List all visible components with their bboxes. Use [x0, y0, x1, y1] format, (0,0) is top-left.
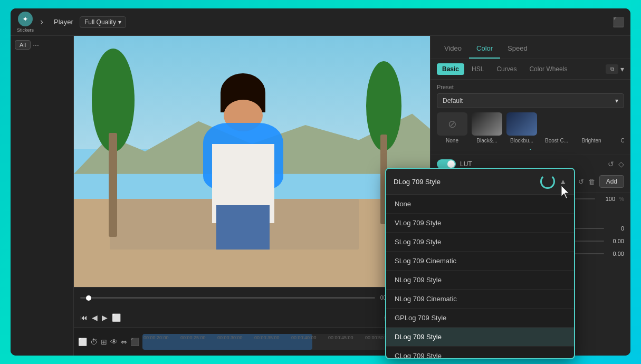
subtab-basic[interactable]: Basic — [437, 63, 464, 75]
preset-blackwhite[interactable]: Black&... — [472, 112, 502, 143]
add-button[interactable]: Add — [599, 175, 624, 188]
bottom-timeline: ⬜ ⏱ ⊞ 👁 ⇔ ⬛ 00:00:20:00 00:00:25:00 00:0… — [74, 327, 430, 356]
subtab-curves[interactable]: Curves — [491, 63, 522, 75]
quality-label: Full Quality — [84, 18, 116, 26]
left-sidebar: All ··· — [11, 36, 74, 356]
timeline-tool-1[interactable]: ⬜ — [78, 338, 87, 346]
subtab-color-wheels[interactable]: Color Wheels — [524, 63, 572, 75]
dropdown-selected-value: DLog 709 Style — [394, 178, 441, 186]
more-button[interactable]: ··· — [33, 41, 39, 49]
timeline-tool-5[interactable]: ⇔ — [121, 338, 127, 346]
dropdown-item-dlog[interactable]: DLog 709 Style — [386, 328, 574, 347]
preset-boost[interactable]: Boost C... — [541, 112, 572, 143]
ts-4: 00:00:35:00 — [254, 335, 291, 340]
tab-color[interactable]: Color — [469, 39, 500, 59]
step-back-button[interactable]: ◀ — [92, 313, 98, 322]
preset-blockbuster[interactable]: Blockbu... — [506, 112, 537, 143]
sticker-label: Stickers — [17, 27, 34, 33]
dropdown-item-slog[interactable]: SLog 709 Style — [386, 233, 574, 252]
person-figure — [198, 73, 288, 249]
monitor-icon[interactable]: ⬛ — [613, 16, 624, 28]
lut-label: LUT — [460, 160, 472, 168]
preset-label-brighten: Brighten — [581, 138, 601, 143]
dropdown-collapse-icon[interactable]: ▲ — [559, 177, 567, 186]
preset-label-bb: Blockbu... — [510, 138, 533, 143]
dropdown-item-none[interactable]: None — [386, 195, 574, 214]
preset-label-boost: Boost C... — [545, 138, 568, 143]
preset-label-bw: Black&... — [476, 138, 497, 143]
preset-brighten[interactable]: Brighten — [576, 112, 607, 143]
preset-label: Preset — [437, 84, 624, 90]
dropdown-header[interactable]: DLog 709 Style ▲ — [386, 169, 574, 195]
tree-left — [92, 49, 135, 237]
ts-2: 00:00:25:00 — [180, 335, 217, 340]
preset-thumb-bw — [472, 112, 502, 136]
preset-dropdown[interactable]: Default ▾ — [437, 93, 624, 108]
lut-preset-delete-icon[interactable]: 🗑 — [588, 178, 595, 186]
filter-all-button[interactable]: All — [15, 40, 31, 50]
lut-reset-icon[interactable]: ↺ — [608, 160, 614, 168]
preset-cool[interactable]: Cool — [611, 112, 624, 143]
preset-thumb-boost — [541, 112, 572, 136]
stop-button[interactable]: ⬜ — [112, 313, 121, 322]
preset-thumb-none: ⊘ — [437, 112, 467, 136]
player-area: 00:00:00:00 / 00: ⏮ ◀ ▶ ⬜ { } ⊞ 📷 ↗ — [74, 36, 430, 356]
lut-diamond-icon: ◇ — [618, 160, 624, 168]
progress-bar[interactable] — [80, 297, 375, 299]
skip-back-button[interactable]: ⏮ — [80, 313, 88, 322]
dropdown-item-nlog-cine[interactable]: NLog 709 Cinematic — [386, 290, 574, 309]
ts-5: 00:00:40:00 — [291, 335, 328, 340]
dropdown-list: None VLog 709 Style SLog 709 Style SLog … — [386, 195, 574, 358]
timeline-tool-6[interactable]: ⬛ — [130, 338, 139, 346]
preset-none[interactable]: ⊘ None — [437, 112, 467, 143]
dropdown-item-nlog[interactable]: NLog 709 Style — [386, 271, 574, 290]
slider-value-4: 0.00 — [608, 251, 624, 257]
subtab-hsl[interactable]: HSL — [466, 63, 489, 75]
timeline-tool-2[interactable]: ⏱ — [90, 338, 98, 346]
preset-dropdown-value: Default — [443, 97, 463, 104]
ts-1: 00:00:20:00 — [143, 335, 180, 340]
compare-button[interactable]: ⧉ — [606, 64, 618, 74]
filter-row: All ··· — [15, 40, 69, 50]
preset-dots: • — [437, 146, 624, 152]
playback-controls: ⏮ ◀ ▶ ⬜ { } ⊞ 📷 ↗ — [74, 308, 430, 327]
stickers-nav[interactable]: ✦ Stickers — [17, 12, 34, 33]
video-scene — [74, 36, 430, 287]
tree-trunk-left — [109, 133, 117, 236]
lut-preset-reset-icon[interactable]: ↺ — [578, 178, 584, 186]
top-bar: ✦ Stickers › Player Full Quality ▾ ⬛ — [11, 8, 630, 36]
dropdown-item-clog[interactable]: CLog 709 Style — [386, 347, 574, 358]
ts-3: 00:00:30:00 — [217, 335, 254, 340]
dropdown-item-gplog[interactable]: GPLog 709 Style — [386, 309, 574, 328]
lut-dropdown-overlay: DLog 709 Style ▲ None VLog 709 Style SLo… — [385, 168, 575, 359]
sticker-icon: ✦ — [18, 12, 33, 26]
preset-thumb-brighten — [576, 112, 607, 136]
quality-selector[interactable]: Full Quality ▾ — [80, 16, 126, 28]
timeline-controls: 00:00:00:00 / 00: — [74, 287, 430, 308]
dropdown-loading-spinner — [540, 174, 555, 189]
quality-chevron: ▾ — [118, 18, 121, 26]
sub-tabs: Basic HSL Curves Color Wheels ⧉ ▾ — [430, 59, 630, 80]
preset-dropdown-arrow: ▾ — [615, 97, 618, 104]
more-options-icon[interactable]: ▾ — [620, 65, 624, 73]
timeline-tool-4[interactable]: 👁 — [110, 338, 118, 346]
player-label: Player — [54, 18, 73, 26]
playback-buttons: ⏮ ◀ ▶ ⬜ — [80, 313, 121, 322]
tab-video[interactable]: Video — [437, 39, 469, 59]
timestamps-row: 00:00:20:00 00:00:25:00 00:00:30:00 00:0… — [143, 335, 425, 340]
person-jeans — [216, 205, 270, 249]
timeline-tool-3[interactable]: ⊞ — [101, 338, 107, 346]
preset-thumb-cool — [611, 112, 624, 136]
slider-value-3: 0.00 — [608, 238, 624, 244]
preset-label-none: None — [446, 138, 458, 143]
preset-label-cool: Cool — [621, 138, 624, 143]
right-tabs: Video Color Speed — [430, 36, 630, 59]
dropdown-item-vlog[interactable]: VLog 709 Style — [386, 214, 574, 233]
preset-thumb-bb — [506, 112, 537, 136]
nav-arrow[interactable]: › — [40, 16, 43, 27]
dropdown-item-slog-cine[interactable]: SLog 709 Cinematic — [386, 252, 574, 271]
progress-dot — [86, 295, 91, 301]
play-button[interactable]: ▶ — [102, 313, 108, 322]
video-container — [74, 36, 430, 287]
tab-speed[interactable]: Speed — [500, 39, 535, 59]
